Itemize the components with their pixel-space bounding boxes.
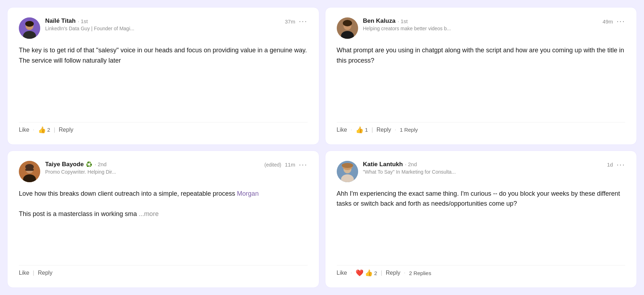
comments-grid: Naïlé Titah · 1st LinkedIn's Data Guy | … [7,7,637,288]
edited-label: (edited) [265,162,281,168]
svg-rect-13 [25,169,34,171]
more-link[interactable]: ...more [139,210,159,217]
action-divider: | [33,270,34,276]
divider2: · [404,270,405,276]
card-actions: Like · 👍 1 | Reply · 1 Reply [337,122,626,135]
svg-point-4 [25,21,34,27]
author-info-katie: Katie Lantukh · 2nd "What To Say" In Mar… [363,161,607,175]
card-header: Naïlé Titah · 1st LinkedIn's Data Guy | … [19,17,308,39]
reaction-count: 1 [365,127,368,133]
heart-icon: ❤️ [356,270,363,276]
connection-badge: · 1st [398,18,408,24]
reaction-count: 2 [374,270,377,276]
author-name-row: Naïlé Titah · 1st [45,17,285,25]
svg-point-8 [343,20,352,26]
card-actions: Like · ❤️ 👍 2 | Reply · 2 Replies [337,265,626,278]
author-name: Naïlé Titah [45,17,76,25]
reaction-group: 👍 1 [356,127,368,133]
divider: · [33,127,34,133]
author-name-row: Katie Lantukh · 2nd [363,161,607,168]
card-meta: (edited) 11m ··· [265,161,308,169]
time-ago: 11m [285,162,295,168]
like-button[interactable]: Like [19,125,29,135]
thumbs-up-icon: 👍 [365,270,373,276]
reply-button[interactable]: Reply [386,268,400,278]
action-divider: | [381,270,382,276]
comment-card-katie: Katie Lantukh · 2nd "What To Say" In Mar… [325,151,637,288]
card-header: Taiye Bayode ♻️ · 2nd Promo Copywriter. … [19,161,308,182]
author-headline: Helping creators make better videos b... [363,26,603,31]
action-divider: | [54,127,55,133]
divider2: · [395,127,396,133]
avatar-katie [337,161,358,182]
like-button[interactable]: Like [19,268,29,278]
card-actions: Like · 👍 2 | Reply [19,122,308,135]
reaction-count: 2 [47,127,50,133]
author-info-ben: Ben Kaluza · 1st Helping creators make b… [363,17,603,31]
replies-label: 2 Replies [409,270,431,276]
card-meta: 37m ··· [285,17,308,25]
connection-badge: · 2nd [95,161,106,167]
card-header: Katie Lantukh · 2nd "What To Say" In Mar… [337,161,626,182]
card-meta: 49m ··· [602,17,625,25]
author-headline: "What To Say" In Marketing for Consulta.… [363,169,607,175]
comment-card-ben: Ben Kaluza · 1st Helping creators make b… [325,7,637,145]
author-name: Katie Lantukh [363,161,403,168]
comment-part2: This post is a masterclass in working sm… [19,210,137,217]
card-meta: 1d ··· [607,161,625,169]
thumbs-up-icon: 👍 [38,127,46,133]
thumbs-up-icon: 👍 [356,127,363,133]
divider: · [351,127,352,133]
author-name: Ben Kaluza [363,17,396,25]
author-name: Taiye Bayode [45,161,84,168]
comment-text: The key is to get rid of that "salesy" v… [19,45,308,115]
more-options-button[interactable]: ··· [299,161,307,169]
like-button[interactable]: Like [337,268,347,278]
comment-part1: Love how this breaks down client outreac… [19,190,237,197]
author-info-taiye: Taiye Bayode ♻️ · 2nd Promo Copywriter. … [45,161,265,175]
time-ago: 49m [602,19,613,25]
avatar-taiye [19,161,40,182]
svg-point-18 [342,163,353,168]
reply-button[interactable]: Reply [377,125,391,135]
reply-button[interactable]: Reply [59,125,73,135]
avatar-ben [337,17,358,39]
mention-name: Morgan [237,190,259,197]
comment-card-naile: Naïlé Titah · 1st LinkedIn's Data Guy | … [7,7,319,145]
comment-text: Love how this breaks down client outreac… [19,189,308,258]
author-name-row: Ben Kaluza · 1st [363,17,603,25]
reply-button[interactable]: Reply [38,268,53,278]
action-divider: | [372,127,373,133]
connection-badge: · 2nd [405,161,417,167]
reaction-group: 👍 2 [38,127,50,133]
more-options-button[interactable]: ··· [617,17,625,25]
author-headline: LinkedIn's Data Guy | Founder of Magi... [45,26,285,31]
author-name-row: Taiye Bayode ♻️ · 2nd [45,161,265,168]
connection-badge: · 1st [78,18,88,24]
card-actions: Like | Reply [19,265,308,278]
divider: · [351,270,352,276]
time-ago: 37m [285,19,295,25]
more-options-button[interactable]: ··· [617,161,625,169]
more-options-button[interactable]: ··· [299,17,307,25]
avatar-naile [19,17,40,39]
comment-card-taiye: Taiye Bayode ♻️ · 2nd Promo Copywriter. … [7,151,319,288]
recycle-badge: ♻️ [86,161,92,168]
comment-text: Ahh I'm experiencing the exact same thin… [337,189,626,258]
like-button[interactable]: Like [337,125,347,135]
reaction-group: ❤️ 👍 2 [356,270,377,276]
card-header: Ben Kaluza · 1st Helping creators make b… [337,17,626,39]
replies-label: 1 Reply [400,127,418,133]
comment-text: What prompt are you using in chatgpt alo… [337,45,626,115]
time-ago: 1d [607,162,613,168]
author-info-naile: Naïlé Titah · 1st LinkedIn's Data Guy | … [45,17,285,31]
author-headline: Promo Copywriter. Helping Dir... [45,169,265,175]
